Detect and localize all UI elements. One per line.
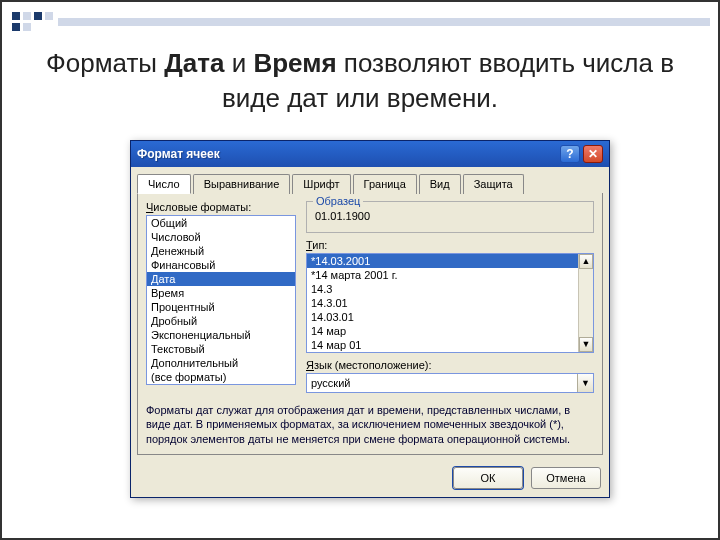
tab-panel: Числовые форматы: Общий Числовой Денежны… xyxy=(137,193,603,455)
list-item[interactable]: *14 марта 2001 г. xyxy=(307,268,593,282)
slide-headline: Форматы Дата и Время позволяют вводить ч… xyxy=(0,46,720,116)
locale-value: русский xyxy=(307,377,577,389)
list-item[interactable]: 14 мар xyxy=(307,324,593,338)
list-item-selected[interactable]: *14.03.2001 xyxy=(307,254,593,268)
slide-stripe xyxy=(58,18,710,26)
list-item[interactable]: Финансовый xyxy=(147,258,295,272)
chevron-down-icon: ▼ xyxy=(582,340,591,349)
list-item[interactable]: Текстовый xyxy=(147,342,295,356)
list-item[interactable]: 14.3 xyxy=(307,282,593,296)
category-label: Числовые форматы: xyxy=(146,201,296,213)
scrollbar[interactable]: ▲ ▼ xyxy=(578,254,593,352)
locale-combo[interactable]: русский ▼ xyxy=(306,373,594,393)
list-item-selected[interactable]: Дата xyxy=(147,272,295,286)
list-item[interactable]: Время xyxy=(147,286,295,300)
list-item[interactable]: (все форматы) xyxy=(147,370,295,384)
type-listbox[interactable]: *14.03.2001 *14 марта 2001 г. 14.3 14.3.… xyxy=(306,253,594,353)
list-item[interactable]: 14 мар 01 xyxy=(307,338,593,352)
slide-corner-deco xyxy=(12,12,62,31)
list-item[interactable]: Процентный xyxy=(147,300,295,314)
help-button[interactable]: ? xyxy=(560,145,580,163)
chevron-down-icon: ▼ xyxy=(577,379,594,388)
dialog-titlebar[interactable]: Формат ячеек ? ✕ xyxy=(131,141,609,167)
locale-label: Язык (местоположение): xyxy=(306,359,594,371)
tab-number[interactable]: Число xyxy=(137,174,191,194)
list-item[interactable]: Дробный xyxy=(147,314,295,328)
combo-drop-button[interactable]: ▼ xyxy=(577,374,593,392)
type-label: Тип: xyxy=(306,239,594,251)
tab-font[interactable]: Шрифт xyxy=(292,174,350,194)
list-item[interactable]: Числовой xyxy=(147,230,295,244)
list-item[interactable]: Денежный xyxy=(147,244,295,258)
headline-bold-1: Дата xyxy=(164,48,224,78)
tabs: Число Выравнивание Шрифт Граница Вид Защ… xyxy=(131,167,609,193)
ok-button[interactable]: ОК xyxy=(453,467,523,489)
list-item[interactable]: 14.03.01 xyxy=(307,310,593,324)
tab-view[interactable]: Вид xyxy=(419,174,461,194)
headline-bold-2: Время xyxy=(253,48,336,78)
tab-alignment[interactable]: Выравнивание xyxy=(193,174,291,194)
format-description: Форматы дат служат для отображения дат и… xyxy=(146,403,594,446)
list-item[interactable]: Дополнительный xyxy=(147,356,295,370)
headline-part: Форматы xyxy=(46,48,164,78)
scroll-up-button[interactable]: ▲ xyxy=(579,254,593,269)
tab-border[interactable]: Граница xyxy=(353,174,417,194)
sample-value: 01.01.1900 xyxy=(313,208,587,224)
list-item[interactable]: 14.3.01 xyxy=(307,296,593,310)
tab-protection[interactable]: Защита xyxy=(463,174,524,194)
category-listbox[interactable]: Общий Числовой Денежный Финансовый Дата … xyxy=(146,215,296,385)
cancel-button[interactable]: Отмена xyxy=(531,467,601,489)
close-icon: ✕ xyxy=(588,147,598,161)
format-cells-dialog: Формат ячеек ? ✕ Число Выравнивание Шриф… xyxy=(130,140,610,498)
scroll-down-button[interactable]: ▼ xyxy=(579,337,593,352)
chevron-up-icon: ▲ xyxy=(582,257,591,266)
headline-part: и xyxy=(224,48,253,78)
sample-fieldset: Образец 01.01.1900 xyxy=(306,201,594,233)
dialog-button-row: ОК Отмена xyxy=(131,461,609,497)
sample-legend: Образец xyxy=(313,195,363,207)
dialog-title: Формат ячеек xyxy=(137,147,557,161)
close-button[interactable]: ✕ xyxy=(583,145,603,163)
list-item[interactable]: Экспоненциальный xyxy=(147,328,295,342)
list-item[interactable]: Общий xyxy=(147,216,295,230)
